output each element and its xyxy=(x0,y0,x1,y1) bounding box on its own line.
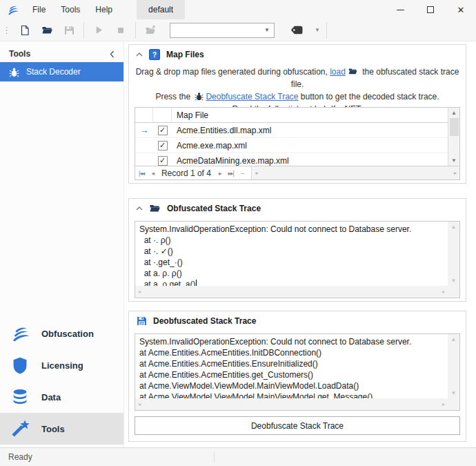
statusbar-divider xyxy=(214,452,215,463)
nav-item-data[interactable]: Data xyxy=(0,381,123,413)
sidebar: Tools Stack Decoder xyxy=(0,41,124,447)
grid-horizontal-scrollbar[interactable]: ◂ ▸ xyxy=(251,166,459,179)
toolbar-grip[interactable]: ⋮ xyxy=(2,25,10,35)
table-row[interactable]: ✓ Acme.exe.map.xml xyxy=(135,138,448,153)
nav-item-licensing[interactable]: Licensing xyxy=(0,349,123,381)
scroll-right-icon[interactable]: ▸ xyxy=(442,289,445,295)
checkbox-column-header xyxy=(153,108,172,122)
obfuscated-textbox[interactable]: System.InvalidOperationException: Could … xyxy=(135,221,460,298)
record-status: Record 1 of 4 xyxy=(157,168,215,178)
collapse-sidebar-button[interactable] xyxy=(110,50,115,58)
stop-icon xyxy=(116,26,126,35)
scroll-left-icon[interactable]: ◂ xyxy=(138,401,141,407)
next-record-button[interactable]: ▸ xyxy=(215,170,225,177)
tag-button[interactable] xyxy=(286,21,308,39)
horizontal-scrollbar[interactable]: ◂ ▸ xyxy=(135,398,448,410)
toolbar-separator xyxy=(83,22,84,39)
deobfuscate-link[interactable]: Deobfuscate Stack Trace xyxy=(206,92,298,101)
row-checkbox[interactable]: ✓ xyxy=(158,156,168,166)
deobfuscate-stack-trace-button[interactable]: Deobfuscate Stack Trace xyxy=(135,416,460,435)
magic-wand-icon xyxy=(7,419,33,438)
vertical-scrollbar[interactable]: ▲ ▼ xyxy=(448,334,459,398)
stop-button[interactable] xyxy=(110,21,132,39)
toolbar: ⋮ ▼ xyxy=(0,19,476,41)
grid-vertical-scrollbar[interactable]: ▲ ▼ xyxy=(448,108,459,166)
obfuscated-panel: Obfuscated Stack Trace System.InvalidOpe… xyxy=(128,198,466,302)
indicator-column-header xyxy=(135,108,153,122)
map-files-grid: Map File → ✓ Acme.Entities.dll.map.xml ✓… xyxy=(135,107,460,180)
database-icon xyxy=(7,388,33,407)
tag-dropdown-button[interactable]: ▼ xyxy=(312,27,323,33)
configuration-combobox[interactable]: ▼ xyxy=(170,23,275,38)
nav-label: Data xyxy=(41,392,61,402)
horizontal-scrollbar[interactable]: ◂ ▸ xyxy=(135,286,448,298)
export-button[interactable] xyxy=(139,21,161,39)
open-button[interactable] xyxy=(36,21,58,39)
toolbar-separator xyxy=(326,22,327,39)
scroll-up-icon[interactable]: ▲ xyxy=(451,336,457,342)
scroll-up-icon[interactable]: ▲ xyxy=(451,110,457,116)
new-project-button[interactable] xyxy=(14,21,36,39)
scroll-left-icon[interactable]: ◂ xyxy=(255,170,257,176)
previous-record-button[interactable]: ◂ xyxy=(148,170,157,177)
sidebar-header: Tools xyxy=(0,46,123,62)
chevron-up-icon xyxy=(136,206,143,211)
status-text: Ready xyxy=(8,452,32,462)
new-document-icon xyxy=(19,25,30,36)
content-area: Tools Stack Decoder xyxy=(0,41,476,447)
scroll-up-icon[interactable]: ▲ xyxy=(451,224,457,230)
collapse-panel-button[interactable] xyxy=(136,206,143,211)
record-navigator: |◂◂ ◂ Record 1 of 4 ▸ ▸▸| − ◂ ▸ xyxy=(135,166,459,179)
main-area: ? Map Files Drag & drop map files genera… xyxy=(124,41,476,447)
titlebar: File Tools Help default ✕ xyxy=(0,0,476,19)
bug-icon xyxy=(195,92,204,101)
close-button[interactable]: ✕ xyxy=(446,0,476,19)
instruction-line-2: Press the Deobfuscate Stack Trace button… xyxy=(129,90,466,103)
save-icon xyxy=(136,315,147,327)
row-checkbox[interactable]: ✓ xyxy=(158,141,168,151)
trace-line: at ·.get_·() xyxy=(139,257,444,268)
panel-title: Map Files xyxy=(166,50,204,59)
deobfuscated-textbox[interactable]: System.InvalidOperationException: Could … xyxy=(135,333,460,411)
map-files-header: ? Map Files xyxy=(129,45,466,64)
current-row-arrow-icon: → xyxy=(135,123,153,137)
vertical-scrollbar[interactable]: ▲ ▼ xyxy=(448,222,459,286)
trace-line: at a. ρ. ρ() xyxy=(139,268,444,279)
map-file-column-header[interactable]: Map File xyxy=(172,110,448,120)
scroll-left-icon[interactable]: ◂ xyxy=(138,289,141,295)
last-record-button[interactable]: ▸▸| xyxy=(224,170,237,177)
first-record-button[interactable]: |◂◂ xyxy=(135,170,148,177)
help-book-icon: ? xyxy=(149,49,160,60)
table-row[interactable]: → ✓ Acme.Entities.dll.map.xml xyxy=(135,123,448,138)
statusbar: Ready xyxy=(0,447,476,466)
scroll-down-icon[interactable]: ▼ xyxy=(451,278,457,284)
scrollbar-corner xyxy=(448,286,459,298)
nav-item-obfuscation[interactable]: Obfuscation xyxy=(0,318,123,349)
menu-help[interactable]: Help xyxy=(88,0,120,19)
sidebar-item-stack-decoder[interactable]: Stack Decoder xyxy=(0,62,123,81)
delete-record-button[interactable]: − xyxy=(237,170,247,177)
obfuscated-header: Obfuscated Stack Trace xyxy=(129,199,466,218)
maximize-icon xyxy=(427,6,434,13)
minimize-button[interactable] xyxy=(385,0,415,19)
tag-toolbar-group: ▼ xyxy=(286,21,323,39)
scroll-right-icon[interactable]: ▸ xyxy=(442,401,445,407)
menu-file[interactable]: File xyxy=(25,0,53,19)
chevron-left-icon xyxy=(110,50,115,58)
collapse-panel-button[interactable] xyxy=(136,52,143,57)
run-button[interactable] xyxy=(88,21,110,39)
scroll-down-icon[interactable]: ▼ xyxy=(451,157,457,164)
save-button[interactable] xyxy=(58,21,80,39)
scroll-down-icon[interactable]: ▼ xyxy=(451,390,457,396)
row-checkbox[interactable]: ✓ xyxy=(158,126,168,135)
nav-item-tools[interactable]: Tools xyxy=(0,413,123,445)
maximize-button[interactable] xyxy=(415,0,446,19)
instruction-text: Drag & drop map files generated during o… xyxy=(136,67,330,77)
scrollbar-thumb[interactable] xyxy=(450,118,459,136)
project-tab-default[interactable]: default xyxy=(137,0,185,19)
menu-tools[interactable]: Tools xyxy=(53,0,88,19)
nav-label: Tools xyxy=(41,424,65,434)
scroll-right-icon[interactable]: ▸ xyxy=(454,170,457,176)
load-link[interactable]: load xyxy=(330,67,346,77)
window-controls: ✕ xyxy=(385,0,476,19)
